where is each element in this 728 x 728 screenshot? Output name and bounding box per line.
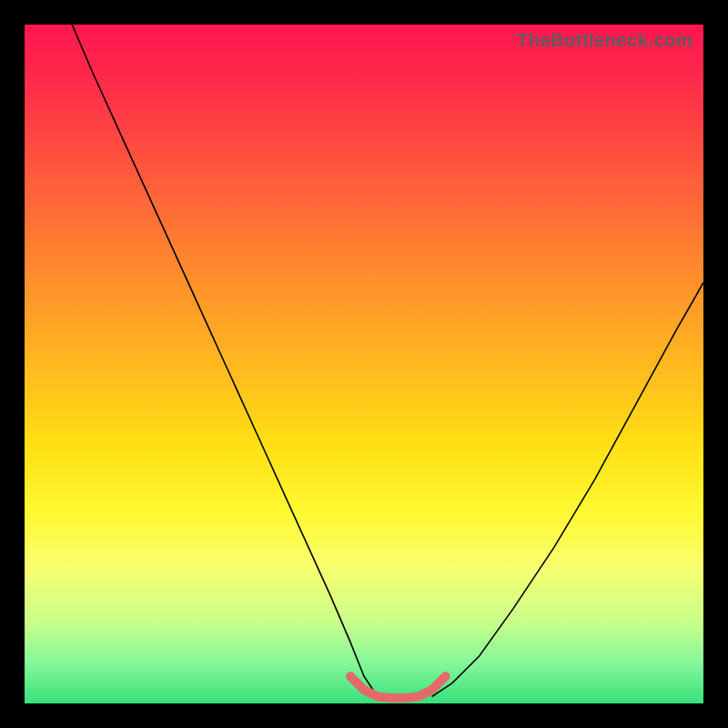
chart-stage: TheBottleneck.com	[0, 0, 728, 728]
curve-layer	[25, 25, 703, 703]
curve-left-branch	[72, 25, 378, 697]
curve-right-branch	[432, 283, 703, 697]
trough-marker	[350, 676, 445, 698]
plot-area: TheBottleneck.com	[25, 25, 703, 703]
